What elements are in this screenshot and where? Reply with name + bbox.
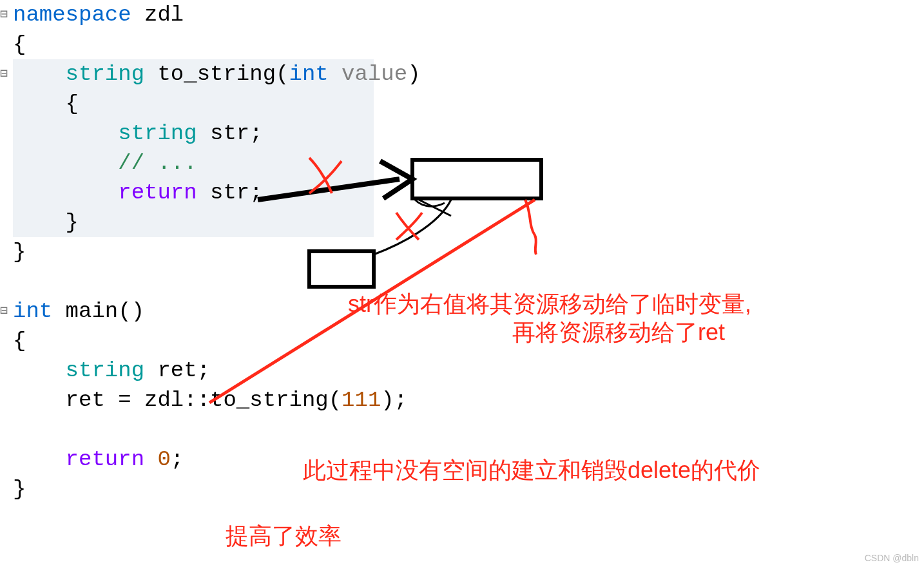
var-ret: ret; (144, 358, 210, 383)
brace: { (13, 32, 26, 57)
annotation-line2: 再将资源移动给了ret (348, 318, 924, 347)
brace: { (13, 91, 79, 116)
param-value: value (329, 62, 407, 86)
type-string: string (13, 358, 144, 383)
annotation-line1: str作为右值将其资源移动给了临时变量, (348, 290, 924, 318)
brace: { (13, 329, 26, 353)
squiggle-icon (419, 200, 451, 216)
ret-assign: ret (13, 388, 118, 412)
type-string: string (13, 121, 197, 146)
return-val: str; (197, 180, 263, 205)
var-str: str; (197, 121, 263, 146)
kw-int: int (13, 299, 52, 323)
paren: ) (407, 62, 420, 86)
annotation-no-cost: 此过程中没有空间的建立和销毁delete的代价 (303, 456, 760, 485)
kw-return: return (13, 180, 197, 205)
temp-box-icon (412, 160, 541, 198)
literal-zero: 0 (157, 447, 170, 472)
ns-name: zdl (131, 3, 184, 27)
squiggle-icon (412, 197, 445, 206)
annotation-move-semantics: str作为右值将其资源移动给了临时变量, 再将资源移动给了ret (348, 290, 924, 347)
arg-111: 111 (342, 388, 381, 412)
brace: } (13, 240, 26, 264)
brace: } (13, 477, 26, 501)
watermark: CSDN @dbln (865, 553, 919, 563)
paren: ( (276, 62, 289, 86)
kw-return: return (13, 447, 144, 472)
comment: // ... (13, 151, 197, 175)
fn-name: to_string (144, 62, 276, 86)
call: zdl::to_string( (131, 388, 342, 412)
code-block: ⊟namespace zdl { ⊟ string to_string(int … (0, 0, 407, 504)
annotation-efficiency: 提高了效率 (226, 522, 342, 550)
semi: ; (171, 447, 184, 472)
fn-main: main() (52, 299, 144, 323)
brace: } (13, 210, 79, 235)
red-squiggle-icon (525, 200, 536, 255)
type-string: string (13, 62, 144, 86)
kw-int: int (289, 62, 329, 86)
call-close: ); (381, 388, 407, 412)
space (144, 447, 157, 472)
eq: = (118, 388, 131, 412)
kw-namespace: namespace (13, 3, 131, 27)
